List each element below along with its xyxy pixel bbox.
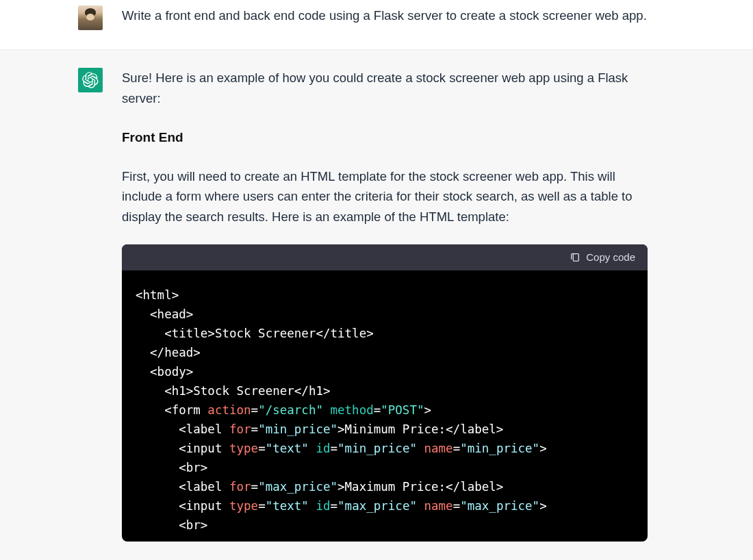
code-block: Copy code <html> <head> <title>Stock Scr… xyxy=(122,244,648,542)
code-string: "max_price" xyxy=(258,480,337,494)
code-string: "text" xyxy=(266,499,309,513)
code-line: <br> xyxy=(136,518,207,532)
code-line: <form xyxy=(136,403,207,417)
code-text: = xyxy=(251,422,259,436)
code-text: > xyxy=(337,480,345,494)
code-text: </title> xyxy=(316,327,373,340)
code-attr: for xyxy=(229,480,251,494)
code-attr: name xyxy=(424,499,453,513)
code-attr: name xyxy=(424,442,453,455)
code-text: Stock Screener xyxy=(193,384,294,398)
code-line: <h1> xyxy=(136,384,193,398)
code-text: > xyxy=(539,499,547,513)
code-attr: action xyxy=(207,403,251,417)
code-text xyxy=(323,403,331,417)
code-text: = xyxy=(251,403,259,417)
svg-rect-0 xyxy=(574,254,579,262)
code-line: <title> xyxy=(136,327,215,340)
code-text: </label> xyxy=(446,422,503,436)
code-string: "POST" xyxy=(381,403,424,417)
code-block-header: Copy code xyxy=(122,244,648,270)
user-avatar xyxy=(78,5,103,30)
copy-code-button[interactable]: Copy code xyxy=(570,249,635,266)
code-text: > xyxy=(539,442,547,455)
code-text: = xyxy=(331,499,338,513)
code-string: "/search" xyxy=(258,403,323,417)
code-text xyxy=(417,499,424,513)
code-line: <head> xyxy=(136,307,193,321)
code-text xyxy=(309,442,316,455)
code-line: <label xyxy=(136,480,229,494)
code-line: <input xyxy=(136,499,229,513)
code-text: > xyxy=(424,403,431,417)
code-text: = xyxy=(453,499,461,513)
code-line: </head> xyxy=(136,346,201,359)
code-string: "min_price" xyxy=(337,442,417,455)
code-text: </h1> xyxy=(294,384,331,398)
code-attr: for xyxy=(229,422,251,436)
code-text: = xyxy=(251,480,259,494)
code-attr: id xyxy=(316,499,330,513)
code-attr: method xyxy=(331,403,374,417)
code-content: <html> <head> <title>Stock Screener</tit… xyxy=(122,270,648,542)
code-text: Maximum Price: xyxy=(345,480,446,494)
front-end-heading: Front End xyxy=(122,127,648,148)
front-end-description: First, you will need to create an HTML t… xyxy=(122,166,648,227)
code-line: <label xyxy=(136,422,229,436)
clipboard-icon xyxy=(570,252,580,263)
code-text: Stock Screener xyxy=(215,327,316,340)
code-line: <input xyxy=(136,442,229,455)
assistant-message-row: Sure! Here is an example of how you coul… xyxy=(0,49,753,560)
code-string: "max_price" xyxy=(337,499,417,513)
code-text xyxy=(309,499,316,513)
code-string: "text" xyxy=(266,442,309,455)
code-line: <br> xyxy=(136,461,207,474)
user-message-row: Write a front end and back end code usin… xyxy=(0,0,753,49)
code-line: <body> xyxy=(136,365,193,379)
code-text: = xyxy=(258,499,266,513)
code-string: "min_price" xyxy=(258,422,337,436)
code-string: "max_price" xyxy=(460,499,539,513)
assistant-avatar xyxy=(78,68,103,92)
code-attr: type xyxy=(229,442,258,455)
code-text: = xyxy=(258,442,266,455)
copy-code-label: Copy code xyxy=(586,249,635,266)
code-text: = xyxy=(453,442,461,455)
openai-logo-icon xyxy=(82,72,99,88)
assistant-intro-text: Sure! Here is an example of how you coul… xyxy=(122,68,648,108)
code-text: </label> xyxy=(446,480,503,494)
code-text: = xyxy=(331,442,338,455)
code-text xyxy=(417,442,424,455)
user-message-text: Write a front end and back end code usin… xyxy=(122,5,648,30)
code-attr: id xyxy=(316,442,330,455)
code-text: Minimum Price: xyxy=(345,422,446,436)
code-line: <html> xyxy=(136,288,179,302)
code-text: = xyxy=(374,403,381,417)
code-string: "min_price" xyxy=(460,442,539,455)
code-attr: type xyxy=(229,499,258,513)
assistant-message-content: Sure! Here is an example of how you coul… xyxy=(122,68,648,542)
code-text: > xyxy=(337,422,345,436)
